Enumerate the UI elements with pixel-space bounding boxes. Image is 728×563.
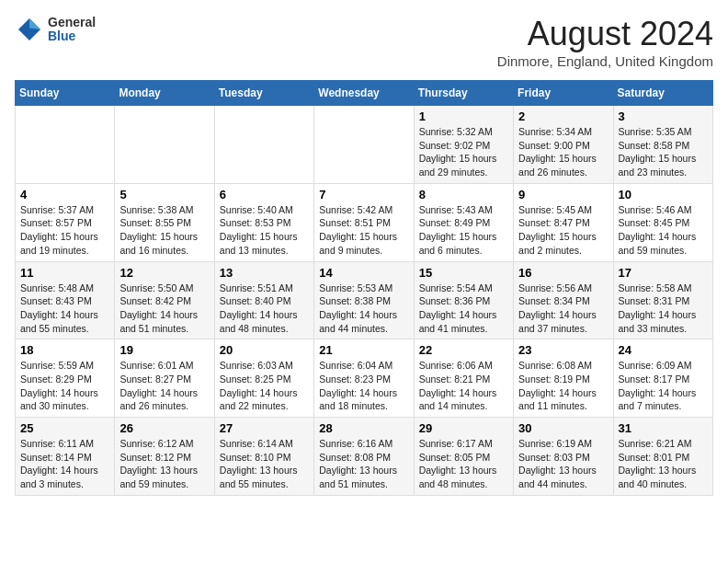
calendar-cell: 28Sunrise: 6:16 AM Sunset: 8:08 PM Dayli… xyxy=(314,418,414,496)
subtitle: Dinmore, England, United Kingdom xyxy=(497,53,713,69)
calendar-header-row: SundayMondayTuesdayWednesdayThursdayFrid… xyxy=(16,81,713,106)
calendar-cell xyxy=(314,106,414,184)
calendar-cell: 10Sunrise: 5:46 AM Sunset: 8:45 PM Dayli… xyxy=(613,183,712,261)
day-number: 2 xyxy=(518,109,608,123)
day-info: Sunrise: 5:54 AM Sunset: 8:36 PM Dayligh… xyxy=(419,282,508,336)
day-info: Sunrise: 5:53 AM Sunset: 8:38 PM Dayligh… xyxy=(319,282,408,336)
day-number: 30 xyxy=(518,421,608,435)
calendar-cell: 15Sunrise: 5:54 AM Sunset: 8:36 PM Dayli… xyxy=(414,261,513,339)
calendar-cell: 9Sunrise: 5:45 AM Sunset: 8:47 PM Daylig… xyxy=(514,183,613,261)
day-number: 22 xyxy=(419,343,508,357)
day-info: Sunrise: 5:34 AM Sunset: 9:00 PM Dayligh… xyxy=(518,125,608,179)
day-header: Friday xyxy=(514,81,613,106)
day-info: Sunrise: 6:06 AM Sunset: 8:21 PM Dayligh… xyxy=(419,359,508,413)
day-info: Sunrise: 6:04 AM Sunset: 8:23 PM Dayligh… xyxy=(319,359,408,413)
day-number: 17 xyxy=(619,266,708,280)
day-number: 21 xyxy=(319,343,408,357)
calendar-cell: 5Sunrise: 5:38 AM Sunset: 8:55 PM Daylig… xyxy=(115,183,214,261)
day-info: Sunrise: 6:14 AM Sunset: 8:10 PM Dayligh… xyxy=(220,437,309,491)
logo-blue: Blue xyxy=(48,29,96,43)
day-number: 28 xyxy=(319,421,408,435)
day-number: 4 xyxy=(20,188,109,201)
calendar-cell xyxy=(16,106,115,184)
day-info: Sunrise: 5:56 AM Sunset: 8:34 PM Dayligh… xyxy=(518,282,608,336)
day-info: Sunrise: 6:12 AM Sunset: 8:12 PM Dayligh… xyxy=(119,437,209,491)
calendar-week-row: 18Sunrise: 5:59 AM Sunset: 8:29 PM Dayli… xyxy=(16,339,713,418)
day-number: 19 xyxy=(119,343,209,357)
day-number: 25 xyxy=(20,421,109,435)
day-number: 3 xyxy=(619,109,708,123)
logo: General Blue xyxy=(15,15,96,44)
day-header: Saturday xyxy=(613,81,712,106)
calendar-cell: 8Sunrise: 5:43 AM Sunset: 8:49 PM Daylig… xyxy=(414,183,513,261)
day-number: 5 xyxy=(119,188,209,201)
day-number: 6 xyxy=(220,188,309,201)
calendar-week-row: 25Sunrise: 6:11 AM Sunset: 8:14 PM Dayli… xyxy=(16,418,713,496)
day-number: 7 xyxy=(319,188,408,201)
day-info: Sunrise: 6:17 AM Sunset: 8:05 PM Dayligh… xyxy=(419,437,508,491)
day-number: 9 xyxy=(518,188,608,201)
calendar-cell: 3Sunrise: 5:35 AM Sunset: 8:58 PM Daylig… xyxy=(613,106,712,184)
calendar-cell: 27Sunrise: 6:14 AM Sunset: 8:10 PM Dayli… xyxy=(214,418,313,496)
calendar-cell: 30Sunrise: 6:19 AM Sunset: 8:03 PM Dayli… xyxy=(514,418,613,496)
day-info: Sunrise: 6:19 AM Sunset: 8:03 PM Dayligh… xyxy=(518,437,608,491)
calendar-week-row: 1Sunrise: 5:32 AM Sunset: 9:02 PM Daylig… xyxy=(16,106,713,184)
day-info: Sunrise: 6:09 AM Sunset: 8:17 PM Dayligh… xyxy=(619,359,708,413)
day-number: 20 xyxy=(220,343,309,357)
day-header: Wednesday xyxy=(314,81,414,106)
main-title: August 2024 xyxy=(497,15,713,53)
day-info: Sunrise: 5:38 AM Sunset: 8:55 PM Dayligh… xyxy=(119,203,209,258)
day-number: 24 xyxy=(619,343,708,357)
day-info: Sunrise: 5:32 AM Sunset: 9:02 PM Dayligh… xyxy=(419,125,508,179)
calendar-cell: 22Sunrise: 6:06 AM Sunset: 8:21 PM Dayli… xyxy=(414,339,513,418)
title-block: August 2024 Dinmore, England, United Kin… xyxy=(497,15,713,69)
calendar-cell: 21Sunrise: 6:04 AM Sunset: 8:23 PM Dayli… xyxy=(314,339,414,418)
day-number: 11 xyxy=(20,266,109,280)
day-info: Sunrise: 5:45 AM Sunset: 8:47 PM Dayligh… xyxy=(518,203,608,258)
day-number: 18 xyxy=(20,343,109,357)
day-info: Sunrise: 5:50 AM Sunset: 8:42 PM Dayligh… xyxy=(119,282,209,336)
day-number: 29 xyxy=(419,421,508,435)
day-number: 14 xyxy=(319,266,408,280)
day-info: Sunrise: 5:51 AM Sunset: 8:40 PM Dayligh… xyxy=(220,282,309,336)
calendar-cell: 23Sunrise: 6:08 AM Sunset: 8:19 PM Dayli… xyxy=(514,339,613,418)
page-header: General Blue August 2024 Dinmore, Englan… xyxy=(15,15,713,69)
day-info: Sunrise: 5:43 AM Sunset: 8:49 PM Dayligh… xyxy=(419,203,508,258)
day-number: 8 xyxy=(419,188,508,201)
calendar-cell: 16Sunrise: 5:56 AM Sunset: 8:34 PM Dayli… xyxy=(514,261,613,339)
calendar-cell: 31Sunrise: 6:21 AM Sunset: 8:01 PM Dayli… xyxy=(613,418,712,496)
day-header: Thursday xyxy=(414,81,513,106)
calendar-table: SundayMondayTuesdayWednesdayThursdayFrid… xyxy=(15,80,713,496)
logo-icon xyxy=(15,15,44,44)
calendar-cell: 11Sunrise: 5:48 AM Sunset: 8:43 PM Dayli… xyxy=(16,261,115,339)
day-info: Sunrise: 6:03 AM Sunset: 8:25 PM Dayligh… xyxy=(220,359,309,413)
calendar-cell: 12Sunrise: 5:50 AM Sunset: 8:42 PM Dayli… xyxy=(115,261,214,339)
calendar-cell: 13Sunrise: 5:51 AM Sunset: 8:40 PM Dayli… xyxy=(214,261,313,339)
day-number: 12 xyxy=(119,266,209,280)
calendar-cell: 26Sunrise: 6:12 AM Sunset: 8:12 PM Dayli… xyxy=(115,418,214,496)
calendar-cell: 24Sunrise: 6:09 AM Sunset: 8:17 PM Dayli… xyxy=(613,339,712,418)
calendar-cell: 2Sunrise: 5:34 AM Sunset: 9:00 PM Daylig… xyxy=(514,106,613,184)
day-number: 23 xyxy=(518,343,608,357)
calendar-cell xyxy=(214,106,313,184)
day-info: Sunrise: 5:35 AM Sunset: 8:58 PM Dayligh… xyxy=(619,125,708,179)
day-number: 16 xyxy=(518,266,608,280)
logo-text: General Blue xyxy=(48,16,96,44)
calendar-cell: 25Sunrise: 6:11 AM Sunset: 8:14 PM Dayli… xyxy=(16,418,115,496)
calendar-cell: 14Sunrise: 5:53 AM Sunset: 8:38 PM Dayli… xyxy=(314,261,414,339)
day-number: 26 xyxy=(119,421,209,435)
calendar-cell: 20Sunrise: 6:03 AM Sunset: 8:25 PM Dayli… xyxy=(214,339,313,418)
day-info: Sunrise: 6:11 AM Sunset: 8:14 PM Dayligh… xyxy=(20,437,109,491)
day-info: Sunrise: 5:46 AM Sunset: 8:45 PM Dayligh… xyxy=(619,203,708,258)
day-info: Sunrise: 5:37 AM Sunset: 8:57 PM Dayligh… xyxy=(20,203,109,258)
day-info: Sunrise: 6:08 AM Sunset: 8:19 PM Dayligh… xyxy=(518,359,608,413)
day-header: Sunday xyxy=(16,81,115,106)
calendar-cell: 6Sunrise: 5:40 AM Sunset: 8:53 PM Daylig… xyxy=(214,183,313,261)
day-info: Sunrise: 5:48 AM Sunset: 8:43 PM Dayligh… xyxy=(20,282,109,336)
calendar-cell: 1Sunrise: 5:32 AM Sunset: 9:02 PM Daylig… xyxy=(414,106,513,184)
calendar-cell: 4Sunrise: 5:37 AM Sunset: 8:57 PM Daylig… xyxy=(16,183,115,261)
day-header: Monday xyxy=(115,81,214,106)
day-number: 1 xyxy=(419,109,508,123)
day-number: 15 xyxy=(419,266,508,280)
calendar-cell: 17Sunrise: 5:58 AM Sunset: 8:31 PM Dayli… xyxy=(613,261,712,339)
